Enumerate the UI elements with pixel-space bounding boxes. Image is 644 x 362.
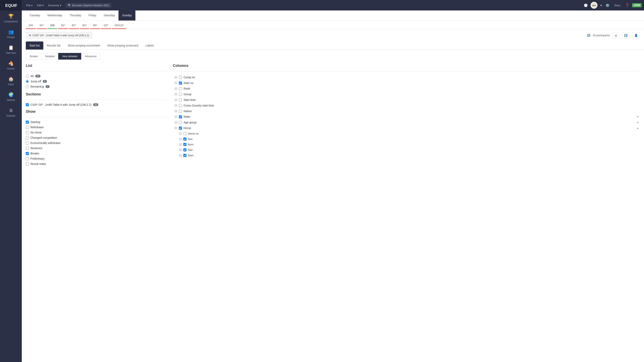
- help-button[interactable]: ❓: [624, 2, 630, 8]
- column-start-no[interactable]: Start no: [173, 80, 640, 86]
- col-checkbox-group[interactable]: [179, 93, 182, 96]
- col-checkbox-horse-no[interactable]: [183, 132, 186, 135]
- filter-remaining[interactable]: Remaining 2: [26, 85, 167, 88]
- history-button[interactable]: 🕐: [583, 2, 588, 8]
- sidebar-item-startlists[interactable]: 📋 Start lists: [0, 42, 22, 57]
- rider-expand-arrow[interactable]: ▾: [637, 115, 638, 118]
- class-tab-b2[interactable]: B2*: [69, 22, 79, 29]
- column-group[interactable]: Group: [173, 91, 640, 97]
- col-checkbox-sire[interactable]: [183, 148, 186, 151]
- tab-tuesday[interactable]: Tuesday: [26, 10, 44, 20]
- show-preliminary-checkbox[interactable]: [26, 157, 29, 160]
- col-checkbox-rank[interactable]: [179, 87, 182, 90]
- col-checkbox-start-no[interactable]: [179, 81, 182, 84]
- sections-checkbox-1[interactable]: [26, 103, 29, 106]
- show-starting-checkbox[interactable]: [26, 121, 29, 124]
- col-checkbox-sex[interactable]: [183, 137, 186, 141]
- show-changed-competition[interactable]: Changed competition: [26, 136, 167, 139]
- drag-handle-rider[interactable]: [174, 116, 177, 118]
- detail-tab-simple[interactable]: Simple: [26, 53, 42, 60]
- show-reserves-checkbox[interactable]: [26, 147, 29, 150]
- file-menu-button[interactable]: File ▾: [24, 2, 35, 8]
- class-tab-307[interactable]: 307: [37, 22, 47, 29]
- column-horse[interactable]: Horse ▴: [173, 125, 640, 131]
- drag-handle-comp-no[interactable]: [174, 76, 177, 78]
- filter-jump-off-radio[interactable]: [26, 80, 29, 83]
- col-checkbox-dam[interactable]: [183, 154, 186, 157]
- detail-tab-advanced[interactable]: Advanced: [81, 53, 100, 60]
- drag-handle-born[interactable]: [179, 144, 182, 146]
- class-tab-q3[interactable]: Q3*: [101, 22, 111, 29]
- view-tab-labels[interactable]: Labels: [142, 41, 157, 49]
- view-tab-results-list[interactable]: Results list: [43, 41, 64, 49]
- user-settings-button[interactable]: 👤: [632, 32, 640, 38]
- column-start-time[interactable]: Start time: [173, 97, 640, 103]
- sidebar-item-displays[interactable]: 🖥 Displays: [0, 105, 22, 120]
- drag-handle-horse-no[interactable]: [179, 133, 182, 135]
- filter-all-radio[interactable]: [26, 75, 29, 78]
- download-button[interactable]: ⬇️: [622, 32, 630, 38]
- tab-thursday[interactable]: Thursday: [66, 10, 85, 20]
- filter-all[interactable]: All 39: [26, 74, 167, 78]
- tab-sunday[interactable]: Sunday: [118, 10, 135, 20]
- show-withdrawn-checkbox[interactable]: [26, 126, 29, 129]
- col-checkbox-start-time[interactable]: [179, 98, 182, 101]
- column-nation[interactable]: Nation: [173, 108, 640, 114]
- col-checkbox-nation[interactable]: [179, 110, 182, 113]
- sidebar-item-people[interactable]: 👥 People: [0, 26, 22, 42]
- drag-handle-rank[interactable]: [174, 88, 177, 90]
- drag-handle-nation[interactable]: [174, 110, 177, 112]
- column-cc-start-time[interactable]: Cross Country start time: [173, 103, 640, 108]
- sidebar-item-clubs[interactable]: 🏠 Clubs: [0, 73, 22, 89]
- class-tab-b3[interactable]: B3*: [80, 22, 90, 29]
- drag-handle-cc-start-time[interactable]: [174, 104, 177, 106]
- show-no-show-checkbox[interactable]: [26, 131, 29, 134]
- show-breaks-checkbox[interactable]: [26, 152, 29, 155]
- view-tab-scorecard[interactable]: Show jumping scorecard: [104, 41, 142, 49]
- show-no-show[interactable]: No-show: [26, 131, 167, 134]
- sidebar-item-horses[interactable]: 🐴 Horses: [0, 57, 22, 73]
- drag-handle-age-group[interactable]: [174, 121, 177, 123]
- class-tab-506[interactable]: 506: [47, 22, 58, 29]
- col-checkbox-age-group[interactable]: [179, 121, 182, 124]
- detail-tab-very-detailed[interactable]: Very detailed: [58, 53, 81, 60]
- drag-handle-sex[interactable]: [179, 138, 182, 140]
- drag-handle-sire[interactable]: [179, 149, 182, 151]
- docs-button[interactable]: Docs: [612, 2, 622, 8]
- col-checkbox-comp-no[interactable]: [179, 76, 182, 79]
- show-economically-withdrawn[interactable]: Economically withdrawn: [26, 141, 167, 145]
- edit-menu-button[interactable]: Edit ▾: [35, 2, 46, 8]
- view-tab-start-list[interactable]: Start list: [26, 41, 43, 49]
- horse-expand-arrow[interactable]: ▴: [637, 127, 638, 129]
- sub-column-sex[interactable]: Sex: [173, 136, 640, 142]
- economy-menu-button[interactable]: Economy ▾: [46, 2, 63, 8]
- show-breaks[interactable]: Breaks: [26, 152, 167, 155]
- filter-remaining-radio[interactable]: [26, 85, 29, 88]
- col-checkbox-rider[interactable]: [179, 115, 182, 118]
- filter-jump-off[interactable]: Jump off 9: [26, 80, 167, 83]
- class-tab-b5[interactable]: B5*: [90, 22, 100, 29]
- settings-button[interactable]: ⚙️: [605, 2, 610, 8]
- sub-column-horse-no[interactable]: Horse no: [173, 131, 640, 136]
- view-tab-scoresheet[interactable]: Show jumping scoresheet: [64, 41, 104, 49]
- sidebar-item-nations[interactable]: 🌍 Nations: [0, 89, 22, 105]
- tab-wednesday[interactable]: Wednesday: [44, 10, 66, 20]
- print-button[interactable]: 🖨: [612, 32, 620, 38]
- show-changed-competition-checkbox[interactable]: [26, 136, 29, 139]
- col-checkbox-horse[interactable]: [179, 127, 182, 130]
- column-age-group[interactable]: Age group ▾: [173, 120, 640, 125]
- sidebar-item-competitions[interactable]: 🏆 Competitions: [0, 10, 22, 26]
- age-group-expand-arrow[interactable]: ▾: [637, 121, 638, 124]
- drag-handle-start-no[interactable]: [174, 82, 177, 84]
- tab-saturday[interactable]: Saturday: [100, 10, 118, 20]
- column-rank[interactable]: Rank: [173, 86, 640, 91]
- avatar[interactable]: BSM: [590, 2, 598, 9]
- class-tab-b1[interactable]: B1*: [58, 22, 68, 29]
- drag-handle-group[interactable]: [174, 93, 177, 95]
- sub-column-sire[interactable]: Sire: [173, 147, 640, 153]
- sub-column-dam[interactable]: Dam: [173, 153, 640, 158]
- class-tab-dnc29[interactable]: DNC29: [112, 22, 126, 29]
- show-result-notes[interactable]: Result notes: [26, 162, 167, 165]
- show-withdrawn[interactable]: Withdrawn: [26, 126, 167, 129]
- column-comp-no[interactable]: Comp no: [173, 74, 640, 80]
